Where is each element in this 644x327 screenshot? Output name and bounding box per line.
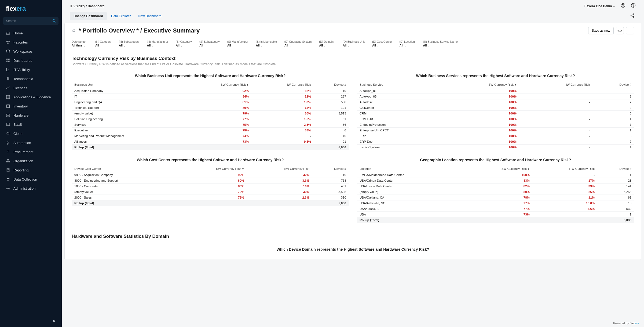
table-row[interactable]: 1000 - Corporate80%16%431 [72, 184, 349, 189]
filter-value[interactable]: All⌄ [227, 44, 248, 47]
search-input[interactable] [3, 17, 58, 25]
sidebar-item-organization[interactable]: Organization [0, 156, 62, 166]
filter-value[interactable]: All⌄ [423, 44, 458, 47]
table-row[interactable]: ERP100%-6 [357, 133, 634, 139]
sidebar-item-cloud[interactable]: Cloud [0, 129, 62, 138]
column-header[interactable]: Location [357, 166, 462, 172]
org-selector[interactable]: Flexera One Demo ⌄ [584, 4, 616, 8]
table-row[interactable]: CallCenter100%-2 [357, 105, 634, 111]
table-row[interactable]: (empty value)80%26%4,258 [357, 189, 634, 195]
sidebar-item-licenses[interactable]: Licenses [0, 83, 62, 92]
table-row[interactable]: Enterprise UI - CPCT100%-1 [357, 128, 634, 133]
table-row[interactable]: CRM100%-6 [357, 111, 634, 116]
filter-value[interactable]: All⌄ [256, 44, 277, 47]
column-header[interactable]: SW Currency Risk▼ [184, 82, 251, 88]
new-dashboard-link[interactable]: New Dashboard [135, 12, 164, 20]
more-button[interactable]: ··· [626, 27, 634, 34]
table-row[interactable]: USA73%-1 [357, 212, 634, 217]
column-header[interactable]: Device Cost Center [72, 166, 176, 172]
code-button[interactable]: </> [616, 27, 624, 34]
column-header[interactable]: SW Currency Risk▼ [439, 82, 519, 88]
filter--s-subcategory[interactable]: (S) SubcategoryAll⌄ [199, 40, 220, 47]
table-row[interactable]: Acquisition Company92%32%19 [72, 88, 349, 94]
column-header[interactable]: Device # [597, 166, 634, 172]
filter-value[interactable]: All⌄ [343, 44, 365, 47]
filter-date-range[interactable]: Date rangeAll time⌄ [72, 40, 88, 47]
table-row[interactable]: ECM D13100%-1 [357, 116, 634, 122]
sidebar-item-workspaces[interactable]: Workspaces [0, 47, 62, 56]
filter-value[interactable]: All⌄ [199, 44, 220, 47]
search-box[interactable] [3, 17, 58, 25]
share-icon[interactable] [629, 13, 636, 19]
sidebar-item-dashboards[interactable]: Dashboards [0, 56, 62, 65]
table-row[interactable]: Solution Engineering77%1.6%61 [72, 116, 349, 122]
table-row[interactable]: IT84%22%287 [72, 94, 349, 99]
table-row[interactable]: 2000 - Sales72%2.3%310 [72, 195, 349, 200]
table-row[interactable]: ERP-Dev100%-2 [357, 139, 634, 145]
sidebar-item-saas[interactable]: SaaS [0, 120, 62, 129]
filter--d-domain[interactable]: (D) DomainAll⌄ [319, 40, 335, 47]
table-row[interactable]: Marketing and Product Management74%-49 [72, 133, 349, 139]
filter--h-business-service-name[interactable]: (H) Business Service NameAll⌄ [423, 40, 458, 47]
save-as-new-button[interactable]: Save as new [588, 27, 614, 34]
filter--d-operating-system[interactable]: (D) Operating SystemAll⌄ [284, 40, 312, 47]
table-row[interactable]: USA/Itasca Data Center82%33%141 [357, 184, 634, 189]
table-row[interactable]: InvoiceSystem100%-4 [357, 145, 634, 150]
filter-value[interactable]: All⌄ [372, 44, 392, 47]
table-row[interactable]: 3000 - Engineering and Support80%3.6%768 [72, 178, 349, 184]
filter-value[interactable]: All⌄ [147, 44, 168, 47]
table-row[interactable]: AutoApp_03100%-5 [357, 94, 634, 99]
column-header[interactable]: Device # [592, 82, 634, 88]
table-row[interactable]: USA/Itasca, IL77%4.6%539 [357, 206, 634, 212]
sidebar-item-procurement[interactable]: Procurement [0, 147, 62, 156]
column-header[interactable]: SW Currency Risk▼ [462, 166, 532, 172]
sidebar-item-reporting[interactable]: Reporting [0, 166, 62, 175]
table-row[interactable]: AutoApp_01100%-2 [357, 88, 634, 94]
filter--h-manufacturer[interactable]: (H) ManufacturerAll⌄ [147, 40, 168, 47]
filter--h-category[interactable]: (H) CategoryAll⌄ [95, 40, 111, 47]
filter--d-location[interactable]: (D) LocationAll⌄ [400, 40, 416, 47]
filter-value[interactable]: All⌄ [119, 44, 139, 47]
sidebar-item-applications-evidence[interactable]: Applications & Evidence [0, 92, 62, 102]
column-header[interactable]: HW Currency Risk [247, 166, 312, 172]
table-row[interactable]: USA/Oakland, CA78%11%63 [357, 195, 634, 200]
sidebar-item-home[interactable]: Home [0, 28, 62, 38]
table-row[interactable]: EndpointProtection100%-7 [357, 122, 634, 128]
table-row[interactable]: Executive75%33%6 [72, 128, 349, 133]
sidebar-item-it-visibility[interactable]: IT Visibility [0, 65, 62, 74]
user-icon[interactable] [620, 3, 626, 9]
column-header[interactable]: SW Currency Risk▼ [176, 166, 247, 172]
filter-value[interactable]: All⌄ [400, 44, 416, 47]
sidebar-item-automation[interactable]: Automation [0, 138, 62, 147]
table-row[interactable]: Alliances73%9.5%21 [72, 139, 349, 145]
filter-value[interactable]: All⌄ [319, 44, 335, 47]
filter--s-is-licensable[interactable]: (S) Is LicensableAll⌄ [256, 40, 277, 47]
sidebar-item-hardware[interactable]: Hardware [0, 111, 62, 120]
sidebar-item-administration[interactable]: Administration [0, 184, 62, 193]
column-header[interactable]: Device # [312, 166, 349, 172]
filter--s-manufacturer[interactable]: (S) ManufacturerAll⌄ [227, 40, 248, 47]
filter-value[interactable]: All time⌄ [72, 44, 88, 47]
column-header[interactable]: HW Currency Risk [532, 166, 597, 172]
table-row[interactable]: Engineering and QA81%1.3%558 [72, 99, 349, 105]
data-explorer-link[interactable]: Data Explorer [108, 12, 134, 20]
table-row[interactable]: EMEA/Maidenhead Data Center100%-1 [357, 172, 634, 178]
table-row[interactable]: 9999 - Acquisition Company92%32%19 [72, 172, 349, 178]
table-row[interactable]: Services75%2.3%86 [72, 122, 349, 128]
filter-value[interactable]: All⌄ [95, 44, 111, 47]
filter--d-cost-center[interactable]: (D) Cost CenterAll⌄ [372, 40, 392, 47]
sidebar-item-inventory[interactable]: Inventory [0, 102, 62, 111]
column-header[interactable]: Business Service [357, 82, 439, 88]
change-dashboard-button[interactable]: Change Dashboard [70, 12, 107, 20]
sidebar-item-data-collection[interactable]: Data Collection [0, 175, 62, 184]
filter--h-subcategory[interactable]: (H) SubcategoryAll⌄ [119, 40, 139, 47]
filter-value[interactable]: All⌄ [284, 44, 312, 47]
sidebar-item-technopedia[interactable]: Technopedia [0, 74, 62, 83]
table-row[interactable]: Autodesk100%-7 [357, 99, 634, 105]
sidebar-item-favorites[interactable]: Favorites [0, 38, 62, 47]
help-icon[interactable] [631, 3, 636, 9]
column-header[interactable]: Business Unit [72, 82, 184, 88]
table-row[interactable]: USA/Asheville, NC77%10.0%10 [357, 200, 634, 206]
filter--d-business-unit[interactable]: (D) Business UnitAll⌄ [343, 40, 365, 47]
column-header[interactable]: Device # [314, 82, 349, 88]
